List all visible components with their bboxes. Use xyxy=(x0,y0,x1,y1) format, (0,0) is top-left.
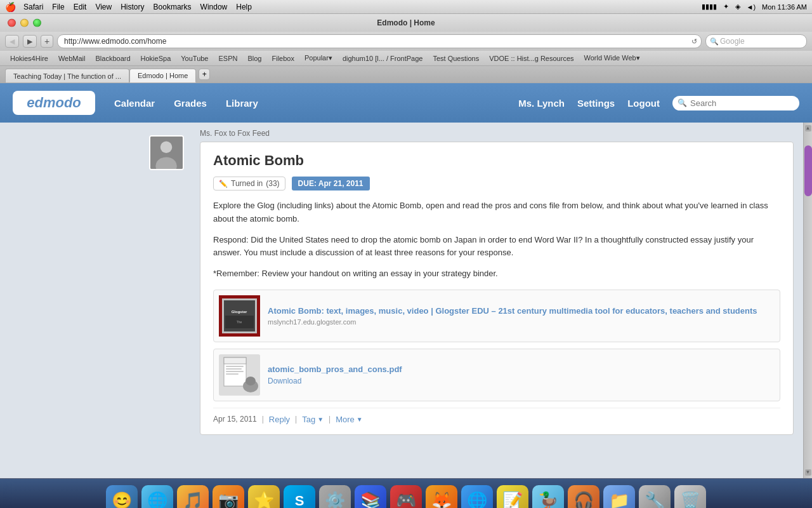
dock-itunes[interactable]: 🎵 xyxy=(177,485,209,509)
maximize-button[interactable] xyxy=(33,19,41,27)
download-link[interactable]: Download xyxy=(268,377,402,385)
forward-button[interactable]: ▶ xyxy=(23,35,37,48)
more-button[interactable]: More ▼ xyxy=(336,415,363,424)
tab-edmodo[interactable]: Edmodo | Home xyxy=(129,69,196,83)
attachment-glogster-title[interactable]: Atomic Bomb: text, images, music, video … xyxy=(268,306,757,316)
mac-dock: 😊 🌐 🎵 📷 ⭐ S ⚙️ 📚 🎮 🦊 🌐 📝 🦆 🎧 📁 🔧 🗑️ xyxy=(0,478,812,508)
post-title: Atomic Bomb xyxy=(213,152,780,169)
browser-search-bar[interactable]: 🔍 Google xyxy=(705,34,807,48)
svg-rect-13 xyxy=(226,368,242,370)
bookmarks-bar: Hokies4Hire WebMail Blackboard HokieSpa … xyxy=(0,51,812,66)
apple-menu[interactable]: 🍎 xyxy=(5,2,16,12)
bookmark-blackboard[interactable]: Blackboard xyxy=(91,53,136,64)
dock-trash[interactable]: 🗑️ xyxy=(674,485,706,509)
tab-label-active: Edmodo | Home xyxy=(138,72,188,79)
dock-app1[interactable]: 🎮 xyxy=(390,485,422,509)
menu-safari[interactable]: Safari xyxy=(23,3,43,11)
tabs-bar: Teaching Today | The function of ... Edm… xyxy=(0,66,812,83)
nav-grades[interactable]: Grades xyxy=(174,98,207,109)
bookmark-youtube[interactable]: YouTube xyxy=(176,53,213,64)
dock-stickies[interactable]: 📝 xyxy=(497,485,528,509)
dock-delicious[interactable]: 📚 xyxy=(355,485,386,509)
nav-settings[interactable]: Settings xyxy=(577,98,615,109)
dock-browser[interactable]: 🌐 xyxy=(461,485,493,509)
avatar xyxy=(149,135,184,170)
tag-dropdown-icon: ▼ xyxy=(317,416,324,423)
nav-library[interactable]: Library xyxy=(226,98,258,109)
bookmark-worldwide[interactable]: World Wide Web▾ xyxy=(579,53,645,64)
close-button[interactable] xyxy=(8,19,16,27)
attachment-pdf-info: atomic_bomb_pros_and_cons.pdf Download xyxy=(268,364,402,385)
edmodo-header: edmodo Calendar Grades Library Ms. Lynch… xyxy=(0,83,812,123)
bookmark-webmail[interactable]: WebMail xyxy=(53,53,91,64)
bookmark-vdoe[interactable]: VDOE :: Hist...g Resources xyxy=(484,53,579,64)
menu-edit[interactable]: Edit xyxy=(74,3,87,11)
nav-logout[interactable]: Logout xyxy=(627,98,660,109)
new-tab-icon[interactable]: + xyxy=(199,69,210,80)
dock-iphoto[interactable]: 📷 xyxy=(213,485,244,509)
wifi-icon: ◈ xyxy=(735,3,740,11)
title-bar: Edmodo | Home xyxy=(0,14,812,32)
menu-file[interactable]: File xyxy=(52,3,64,11)
dock-finder[interactable]: 😊 xyxy=(106,485,138,509)
scrollbar-thumb[interactable] xyxy=(804,145,812,196)
nav-username[interactable]: Ms. Lynch xyxy=(518,98,565,109)
menu-right-icons: ▮▮▮▮ ✦ ◈ ◄) Mon 11:36 AM xyxy=(702,3,808,11)
svg-rect-12 xyxy=(226,366,244,367)
post-body-p2: Respond: Did the United States need to d… xyxy=(213,234,780,260)
turned-in-label: Turned in xyxy=(231,179,263,188)
menu-view[interactable]: View xyxy=(95,3,112,11)
bookmark-popular[interactable]: Popular▾ xyxy=(299,53,337,64)
assignment-icon: ✏️ xyxy=(219,180,228,188)
more-label: More xyxy=(336,415,355,424)
url-bar[interactable]: http://www.edmodo.com/home ↺ xyxy=(57,34,702,48)
tag-label: Tag xyxy=(302,415,315,424)
menu-history[interactable]: History xyxy=(121,3,144,11)
nav-calendar[interactable]: Calendar xyxy=(114,98,155,109)
menu-help[interactable]: Help xyxy=(236,3,252,11)
dock-firefox[interactable]: 🦊 xyxy=(426,485,457,509)
dock-stars[interactable]: ⭐ xyxy=(248,485,280,509)
turned-in-badge: ✏️ Turned in (33) xyxy=(213,177,285,190)
bookmark-dighum10[interactable]: dighum10 [l... / FrontPage xyxy=(337,53,428,64)
svg-point-1 xyxy=(160,141,173,153)
bookmark-blog[interactable]: Blog xyxy=(242,53,266,64)
glogster-thumbnail: Glogster The xyxy=(219,295,260,337)
tab-teaching-today[interactable]: Teaching Today | The function of ... xyxy=(5,69,129,83)
bookmark-hokiespa[interactable]: HokieSpa xyxy=(136,53,176,64)
scrollbar[interactable]: ▲ ▼ xyxy=(803,123,812,478)
new-tab-button[interactable]: + xyxy=(41,35,53,48)
post-from: Ms. Fox to Fox Feed xyxy=(200,129,794,138)
minimize-button[interactable] xyxy=(20,19,29,27)
dock-utilities[interactable]: 🔧 xyxy=(639,485,671,509)
bookmark-filebox[interactable]: Filebox xyxy=(267,53,299,64)
edmodo-logo[interactable]: edmodo xyxy=(13,91,95,115)
bookmark-hokies4hire[interactable]: Hokies4Hire xyxy=(5,53,53,64)
edmodo-right-nav: Ms. Lynch Settings Logout xyxy=(518,96,799,110)
bookmark-test-questions[interactable]: Test Questions xyxy=(428,53,484,64)
bluetooth-icon: ✦ xyxy=(723,3,729,11)
svg-point-17 xyxy=(246,377,256,385)
post-footer: Apr 15, 2011 | Reply | Tag ▼ | More ▼ xyxy=(213,408,780,424)
tag-button[interactable]: Tag ▼ xyxy=(302,415,324,424)
post-body: Explore the Glog (including links) about… xyxy=(213,199,780,281)
dock-skype[interactable]: S xyxy=(284,485,315,509)
back-button[interactable]: ◀ xyxy=(5,35,19,48)
search-placeholder: Google xyxy=(720,37,745,46)
dock-music[interactable]: 🎧 xyxy=(568,485,599,509)
turned-in-count: (33) xyxy=(266,179,279,188)
menu-window[interactable]: Window xyxy=(200,3,228,11)
reply-button[interactable]: Reply xyxy=(269,415,290,424)
dock-cyberduck[interactable]: 🦆 xyxy=(532,485,564,509)
reload-button[interactable]: ↺ xyxy=(691,37,697,46)
search-input[interactable] xyxy=(672,96,799,110)
menu-bookmarks[interactable]: Bookmarks xyxy=(154,3,192,11)
browser-chrome: Edmodo | Home ◀ ▶ + http://www.edmodo.co… xyxy=(0,14,812,83)
page-content: edmodo Calendar Grades Library Ms. Lynch… xyxy=(0,83,812,478)
nav-bar: ◀ ▶ + http://www.edmodo.com/home ↺ 🔍 Goo… xyxy=(0,32,812,51)
dock-safari2[interactable]: 🌐 xyxy=(141,485,173,509)
dock-finder2[interactable]: 📁 xyxy=(603,485,635,509)
bookmark-espn[interactable]: ESPN xyxy=(214,53,243,64)
post-area: Ms. Fox to Fox Feed Atomic Bomb ✏️ Turne… xyxy=(190,123,803,478)
dock-system-prefs[interactable]: ⚙️ xyxy=(319,485,351,509)
